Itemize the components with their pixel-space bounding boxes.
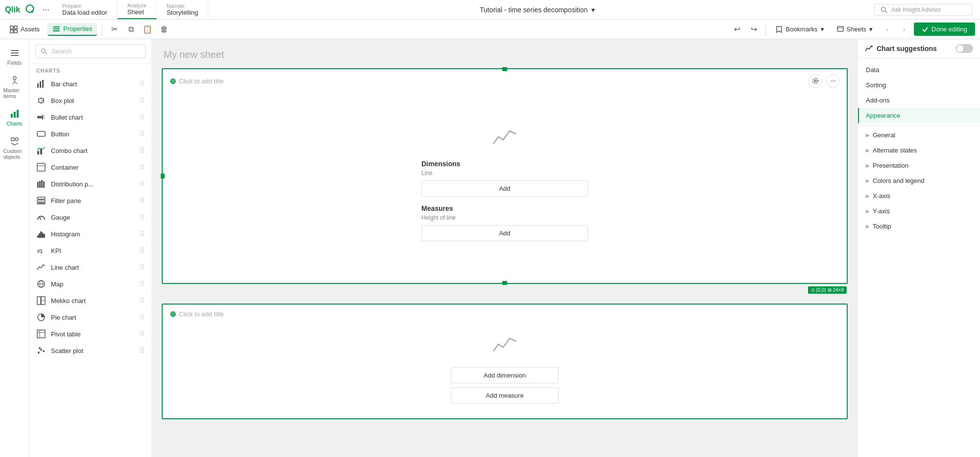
svg-rect-48: [37, 200, 45, 202]
widget-1-body: Dimensions Line Add Measures Height of l…: [163, 93, 847, 279]
chart-item-combo-chart[interactable]: Combo chart ⠿: [29, 142, 151, 159]
chart-widget-2[interactable]: ⊕ Click to add title Add dimension Add m…: [162, 304, 848, 419]
cut-button[interactable]: ✂: [107, 23, 121, 36]
nav-section-y-axis[interactable]: ▶ Y-axis: [858, 203, 980, 219]
nav-item-data[interactable]: Data: [858, 62, 980, 77]
dimensions-add-button[interactable]: Add: [421, 180, 588, 197]
nav-section-x-axis[interactable]: ▶ X-axis: [858, 188, 980, 203]
distribution-drag[interactable]: ⠿: [140, 180, 145, 188]
assets-button[interactable]: Assets: [5, 24, 45, 35]
box-plot-drag[interactable]: ⠿: [140, 97, 145, 104]
svg-point-71: [814, 80, 816, 82]
app-title[interactable]: Tutorial - time series decomposition ▾: [480, 6, 595, 14]
chart-item-gauge[interactable]: Gauge ⠿: [29, 209, 151, 226]
add-measure-button[interactable]: Add measure: [451, 387, 559, 404]
chart-item-pie-chart[interactable]: Pie chart ⠿: [29, 309, 151, 326]
redo-button[interactable]: ↪: [747, 23, 760, 36]
more-icon: ···: [831, 76, 835, 85]
chart-item-button[interactable]: Button ⠿: [29, 126, 151, 142]
chart-item-bullet-chart[interactable]: Bullet chart ⠿: [29, 109, 151, 126]
filter-pane-drag[interactable]: ⠿: [140, 197, 145, 204]
chart-widget-1[interactable]: ⊕ Click to add title ···: [162, 68, 848, 284]
widget-1-settings-button[interactable]: [808, 74, 822, 88]
add-dimension-button[interactable]: Add dimension: [451, 367, 559, 383]
nav-section-presentation[interactable]: ▶ Presentation: [858, 158, 980, 173]
checkmark-icon: [922, 26, 929, 33]
sheets-icon: [837, 26, 844, 33]
mekko-chart-drag[interactable]: ⠿: [140, 297, 145, 305]
chart-item-pivot-table[interactable]: Pivot table ⠿: [29, 326, 151, 342]
container-drag[interactable]: ⠿: [140, 163, 145, 171]
pivot-table-drag[interactable]: ⠿: [140, 330, 145, 338]
gauge-label: Gauge: [51, 214, 135, 221]
gauge-drag[interactable]: ⠿: [140, 213, 145, 221]
chart-item-mekko-chart[interactable]: Mekko chart ⠿: [29, 292, 151, 309]
line-chart-placeholder-icon: [492, 126, 517, 150]
nav-right-button[interactable]: ›: [897, 23, 911, 36]
measures-add-button[interactable]: Add: [421, 225, 588, 241]
nav-item-sorting[interactable]: Sorting: [858, 77, 980, 93]
plus-icon-2: ⊕: [170, 309, 176, 319]
widget-1-more-button[interactable]: ···: [826, 74, 840, 88]
pivot-table-icon: [36, 329, 46, 339]
resize-handle-top[interactable]: [502, 67, 507, 71]
ask-insight-advisor[interactable]: Ask Insight Advisor: [874, 4, 972, 16]
scatter-plot-drag[interactable]: ⠿: [140, 347, 145, 355]
nav-item-appearance[interactable]: Appearance: [858, 108, 980, 123]
nav-narrate[interactable]: Narrate Storytelling: [157, 0, 208, 19]
pie-chart-drag[interactable]: ⠿: [140, 313, 145, 321]
resize-handle-bottom[interactable]: [502, 281, 507, 285]
chart-suggestions-toggle[interactable]: [956, 44, 973, 53]
kpi-drag[interactable]: ⠿: [140, 247, 145, 254]
line-chart-drag[interactable]: ⠿: [140, 263, 145, 271]
chart-item-histogram[interactable]: Histogram ⠿: [29, 226, 151, 242]
bar-chart-drag[interactable]: ⠿: [140, 80, 145, 88]
button-icon: [36, 129, 46, 139]
sidebar-item-fields[interactable]: Fields: [1, 44, 28, 70]
nav-section-alternate-states[interactable]: ▶ Alternate states: [858, 143, 980, 158]
chart-item-bar-chart[interactable]: Bar chart ⠿: [29, 76, 151, 92]
paste-button[interactable]: 📋: [141, 23, 154, 36]
bullet-chart-drag[interactable]: ⠿: [140, 113, 145, 121]
undo-button[interactable]: ↩: [730, 23, 744, 36]
main-content: Fields Master items Charts: [0, 39, 980, 457]
sidebar-custom-label: Custom objects: [3, 148, 26, 160]
sidebar-item-charts[interactable]: Charts: [1, 105, 28, 130]
sidebar-item-custom[interactable]: Custom objects: [1, 132, 28, 164]
nav-left-button[interactable]: ‹: [881, 23, 894, 36]
chart-item-box-plot[interactable]: Box plot ⠿: [29, 92, 151, 109]
resize-handle-left[interactable]: [161, 174, 165, 178]
widget-1-measures: Measures Height of line Add: [421, 204, 588, 241]
nav-section-tooltip[interactable]: ▶ Tooltip: [858, 219, 980, 234]
canvas-area[interactable]: My new sheet ⊕ Click to add title: [152, 39, 858, 457]
map-drag[interactable]: ⠿: [140, 280, 145, 288]
sidebar-item-master[interactable]: Master items: [1, 72, 28, 103]
chart-item-distribution[interactable]: Distribution p... ⠿: [29, 176, 151, 192]
nav-item-add-ons[interactable]: Add-ons: [858, 93, 980, 108]
chart-item-container[interactable]: Container ⠿: [29, 159, 151, 176]
nav-analyze[interactable]: Analyze Sheet: [118, 0, 157, 19]
widget-2-add-title[interactable]: ⊕ Click to add title: [170, 309, 224, 319]
nav-section-general[interactable]: ▶ General: [858, 127, 980, 143]
nav-more-button[interactable]: ···: [39, 0, 52, 19]
widget-1-add-title[interactable]: ⊕ Click to add title: [170, 76, 224, 86]
done-editing-button[interactable]: Done editing: [914, 23, 975, 36]
nav-section-colors-legend[interactable]: ▶ Colors and legend: [858, 173, 980, 188]
chart-item-scatter-plot[interactable]: Scatter plot ⠿: [29, 342, 151, 359]
copy-button[interactable]: ⧉: [124, 23, 138, 36]
settings-icon: [812, 77, 819, 84]
chart-search-input[interactable]: Search: [35, 44, 146, 58]
chart-item-kpi[interactable]: #1 KPI ⠿: [29, 242, 151, 259]
nav-prepare[interactable]: Prepare Data load editor: [52, 0, 118, 19]
delete-button[interactable]: 🗑: [157, 23, 171, 36]
chart-item-filter-pane[interactable]: Filter pane ⠿: [29, 192, 151, 209]
button-drag[interactable]: ⠿: [140, 130, 145, 138]
histogram-drag[interactable]: ⠿: [140, 230, 145, 238]
svg-line-4: [885, 11, 887, 13]
chart-item-line-chart[interactable]: Line chart ⠿: [29, 259, 151, 276]
sheets-button[interactable]: Sheets ▾: [832, 24, 878, 35]
chart-item-map[interactable]: Map ⠿: [29, 276, 151, 292]
properties-button[interactable]: Properties: [48, 23, 97, 36]
combo-chart-drag[interactable]: ⠿: [140, 147, 145, 154]
bookmarks-button[interactable]: Bookmarks ▾: [771, 24, 829, 35]
